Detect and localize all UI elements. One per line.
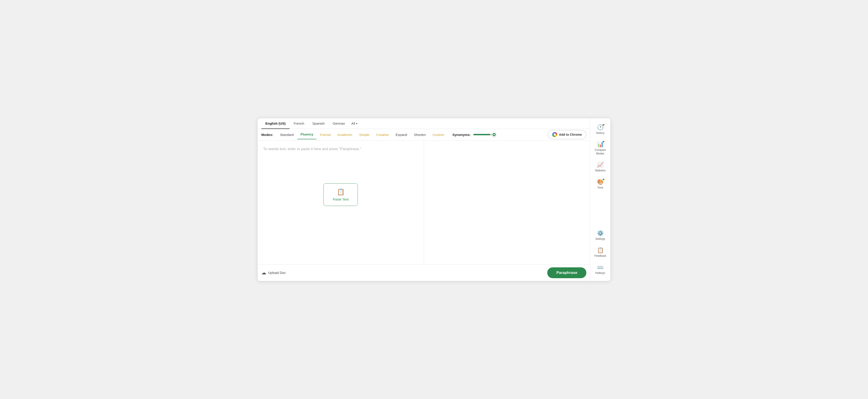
input-panel: To rewrite text, enter or paste it here …	[258, 141, 424, 264]
history-badge	[602, 124, 604, 126]
app-container: English (US) French Spanish German All ▾…	[258, 118, 610, 281]
slider-thumb[interactable]	[492, 132, 496, 137]
mode-expand[interactable]: Expand	[393, 131, 410, 138]
sidebar-tone-label: Tone	[597, 186, 603, 190]
feedback-icon: 📋	[597, 247, 604, 253]
sidebar-history-label: History	[596, 131, 604, 135]
sidebar-item-compare-modes[interactable]: 📊 Compare Modes	[591, 139, 610, 158]
compare-modes-icon: 📊	[597, 141, 604, 147]
mode-academic[interactable]: Academic	[334, 131, 355, 138]
mode-custom[interactable]: Custom	[430, 131, 447, 138]
add-to-chrome-button[interactable]: Add to Chrome	[548, 130, 586, 139]
sidebar-item-hotkeys[interactable]: ⌨️ Hotkeys	[591, 262, 610, 277]
all-languages-dropdown[interactable]: All ▾	[349, 118, 360, 129]
modes-label: Modes:	[261, 133, 273, 137]
sidebar-item-tone[interactable]: 🎨 Tone	[591, 176, 610, 192]
bottom-bar: ☁ Upload Doc Paraphrase	[258, 264, 590, 281]
chrome-icon	[552, 132, 557, 137]
lang-tab-english[interactable]: English (US)	[261, 118, 289, 129]
output-panel	[424, 141, 590, 264]
upload-icon: ☁	[261, 270, 266, 276]
paste-icon: 📋	[337, 188, 345, 196]
mode-formal[interactable]: Formal	[317, 131, 334, 138]
synonyms-label: Synonyms:	[452, 133, 471, 137]
all-dropdown-label: All	[351, 122, 355, 125]
sidebar-item-settings[interactable]: ⚙️ Settings	[591, 228, 610, 243]
chevron-down-icon: ▾	[356, 122, 358, 125]
sidebar: 🕐 History 📊 Compare Modes 📈 Statistics 🎨…	[590, 118, 610, 281]
paraphrase-button[interactable]: Paraphrase	[547, 267, 586, 278]
lang-tab-german[interactable]: German	[329, 118, 349, 129]
sidebar-feedback-label: Feedback	[594, 254, 606, 258]
mode-creative[interactable]: Creative	[373, 131, 392, 138]
upload-label: Upload Doc	[268, 271, 286, 274]
sidebar-item-statistics[interactable]: 📈 Statistics	[591, 159, 610, 175]
tone-badge	[602, 178, 604, 181]
editor-area: To rewrite text, enter or paste it here …	[258, 141, 590, 264]
modes-bar: Modes: Standard Fluency Formal Academic …	[258, 129, 590, 141]
mode-shorten[interactable]: Shorten	[411, 131, 429, 138]
slider-thumb-inner	[493, 134, 495, 135]
mode-standard[interactable]: Standard	[277, 131, 297, 138]
main-content: English (US) French Spanish German All ▾…	[258, 118, 590, 281]
lang-tab-spanish[interactable]: Spanish	[308, 118, 329, 129]
sidebar-item-feedback[interactable]: 📋 Feedback	[591, 245, 610, 260]
hotkeys-icon: ⌨️	[597, 264, 604, 270]
paste-text-label: Paste Text	[333, 197, 348, 201]
mode-fluency[interactable]: Fluency	[297, 131, 316, 139]
compare-modes-badge	[602, 141, 604, 143]
statistics-icon: 📈	[597, 162, 604, 168]
paste-btn-container: 📋 Paste Text	[263, 184, 418, 206]
settings-icon: ⚙️	[597, 230, 604, 236]
text-area-content[interactable]: To rewrite text, enter or paste it here …	[258, 141, 424, 264]
paste-text-button[interactable]: 📋 Paste Text	[323, 184, 358, 206]
add-chrome-label: Add to Chrome	[559, 133, 582, 136]
synonyms-section: Synonyms:	[452, 132, 496, 137]
slider-fill	[473, 134, 490, 135]
chrome-icon-inner	[554, 133, 556, 136]
sidebar-hotkeys-label: Hotkeys	[595, 271, 605, 275]
lang-tab-french[interactable]: French	[289, 118, 308, 129]
slider-track	[473, 134, 496, 135]
editor-placeholder: To rewrite text, enter or paste it here …	[263, 146, 418, 152]
sidebar-settings-label: Settings	[595, 237, 605, 241]
mode-simple[interactable]: Simple	[356, 131, 373, 138]
tone-icon: 🎨	[597, 179, 604, 185]
upload-doc-button[interactable]: ☁ Upload Doc	[261, 270, 286, 276]
language-tabs: English (US) French Spanish German All ▾	[258, 118, 590, 129]
synonyms-slider[interactable]	[473, 132, 496, 137]
sidebar-compare-label: Compare Modes	[593, 148, 608, 155]
sidebar-statistics-label: Statistics	[595, 169, 606, 172]
history-icon: 🕐	[597, 124, 604, 131]
sidebar-item-history[interactable]: 🕐 History	[591, 122, 610, 137]
